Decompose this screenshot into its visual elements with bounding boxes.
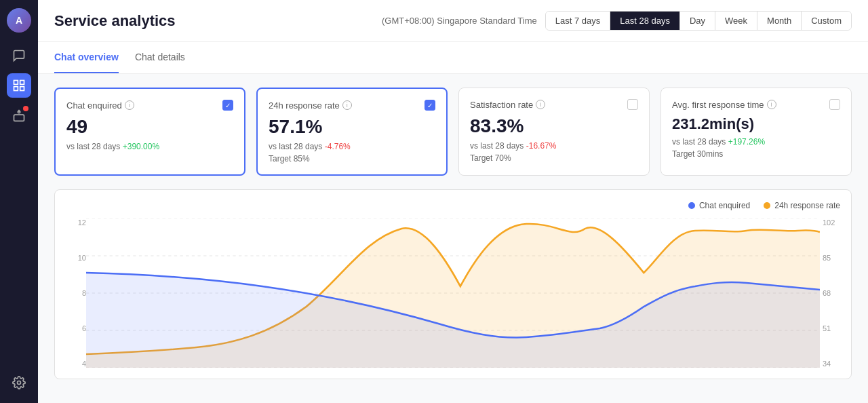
chart-wrapper: 12 10 8 6 4 102 85 68 51 34 <box>66 218 840 368</box>
checkbox-avg-response[interactable] <box>829 99 840 110</box>
metric-header: Avg. first response time i <box>672 99 840 110</box>
info-icon-satisfaction[interactable]: i <box>536 100 545 109</box>
tab-bar: Chat overview Chat details <box>38 42 868 74</box>
metric-value-avg-response: 231.2min(s) <box>672 115 840 133</box>
metric-cards-grid: Chat enquired i ✓ 49 vs last 28 days +39… <box>54 88 852 176</box>
filter-last7days[interactable]: Last 7 days <box>546 12 611 30</box>
checkbox-response-rate[interactable]: ✓ <box>425 100 435 111</box>
metric-change-avg-response: +197.26% <box>728 137 765 147</box>
legend-label-response-rate: 24h response rate <box>774 201 840 210</box>
page-content: Chat enquired i ✓ 49 vs last 28 days +39… <box>38 74 868 403</box>
page-title: Service analytics <box>54 12 382 30</box>
analytics-sidebar-icon[interactable] <box>7 73 31 98</box>
metric-comparison-satisfaction: vs last 28 days -16.67% <box>470 141 638 151</box>
metric-card-avg-response: Avg. first response time i 231.2min(s) v… <box>660 88 852 176</box>
svg-rect-0 <box>14 81 18 85</box>
info-icon-avg-response[interactable]: i <box>767 100 776 109</box>
info-icon-chat-enquired[interactable]: i <box>125 100 134 110</box>
checkbox-chat-enquired[interactable]: ✓ <box>222 100 233 111</box>
metric-card-response-rate: 24h response rate i ✓ 57.1% vs last 28 d… <box>256 88 448 176</box>
avatar: A <box>7 8 31 33</box>
svg-rect-1 <box>20 81 24 85</box>
svg-rect-3 <box>14 87 18 91</box>
notification-badge <box>23 106 28 111</box>
metric-label-chat-enquired: Chat enquired i <box>66 100 134 111</box>
metric-change-chat-enquired: +390.00% <box>123 142 159 151</box>
filter-day[interactable]: Day <box>680 12 715 30</box>
metric-value-response-rate: 57.1% <box>269 116 435 138</box>
metric-change-satisfaction: -16.67% <box>526 141 557 151</box>
settings-sidebar-icon[interactable] <box>7 370 31 395</box>
sidebar: A <box>0 0 38 403</box>
time-filter-group: Last 7 days Last 28 days Day Week Month … <box>545 11 852 31</box>
page-header: Service analytics (GMT+08:00) Singapore … <box>38 0 868 42</box>
timezone-label: (GMT+08:00) Singapore Standard Time <box>382 16 537 26</box>
filter-last28days[interactable]: Last 28 days <box>610 12 680 30</box>
metric-comparison-avg-response: vs last 28 days +197.26% <box>672 137 840 147</box>
svg-rect-2 <box>20 87 24 91</box>
legend-label-chat-enquired: Chat enquired <box>699 201 750 210</box>
metric-comparison-response-rate: vs last 28 days -4.76% <box>269 142 435 151</box>
chart-legend: Chat enquired 24h response rate <box>66 201 840 210</box>
tab-chat-overview[interactable]: Chat overview <box>54 42 119 73</box>
tab-chat-details[interactable]: Chat details <box>135 42 185 73</box>
legend-response-rate: 24h response rate <box>764 201 840 210</box>
metric-header: 24h response rate i ✓ <box>269 100 435 111</box>
y-axis-right: 102 85 68 51 34 <box>820 218 840 368</box>
checkbox-satisfaction[interactable] <box>627 99 638 110</box>
info-icon-response-rate[interactable]: i <box>342 100 352 110</box>
metric-label-satisfaction: Satisfaction rate i <box>470 100 545 110</box>
metric-label-response-rate: 24h response rate i <box>269 100 352 111</box>
metric-comparison-chat-enquired: vs last 28 days +390.00% <box>66 142 233 151</box>
chart-svg <box>86 218 820 368</box>
metric-card-chat-enquired: Chat enquired i ✓ 49 vs last 28 days +39… <box>54 88 245 176</box>
metric-card-satisfaction: Satisfaction rate i 83.3% vs last 28 day… <box>458 88 650 176</box>
filter-week[interactable]: Week <box>715 12 757 30</box>
legend-chat-enquired: Chat enquired <box>688 201 750 210</box>
svg-rect-4 <box>14 115 24 121</box>
bot-sidebar-icon[interactable] <box>7 103 31 128</box>
main-content: Service analytics (GMT+08:00) Singapore … <box>38 0 868 403</box>
metric-target-response-rate: Target 85% <box>269 154 435 164</box>
svg-point-6 <box>18 381 21 385</box>
metric-value-satisfaction: 83.3% <box>470 115 638 137</box>
legend-dot-response-rate <box>764 202 770 209</box>
metric-target-avg-response: Target 30mins <box>672 149 840 159</box>
metric-header: Chat enquired i ✓ <box>66 100 233 111</box>
metric-header: Satisfaction rate i <box>470 99 638 110</box>
chat-sidebar-icon[interactable] <box>7 43 31 68</box>
metric-change-response-rate: -4.76% <box>325 142 351 151</box>
y-axis-left: 12 10 8 6 4 <box>66 218 86 368</box>
legend-dot-chat-enquired <box>688 202 695 209</box>
chart-container: Chat enquired 24h response rate 12 10 8 … <box>54 189 852 379</box>
filter-month[interactable]: Month <box>757 12 802 30</box>
filter-custom[interactable]: Custom <box>802 12 851 30</box>
metric-label-avg-response: Avg. first response time i <box>672 100 776 110</box>
metric-target-satisfaction: Target 70% <box>470 153 638 163</box>
metric-value-chat-enquired: 49 <box>66 116 233 138</box>
